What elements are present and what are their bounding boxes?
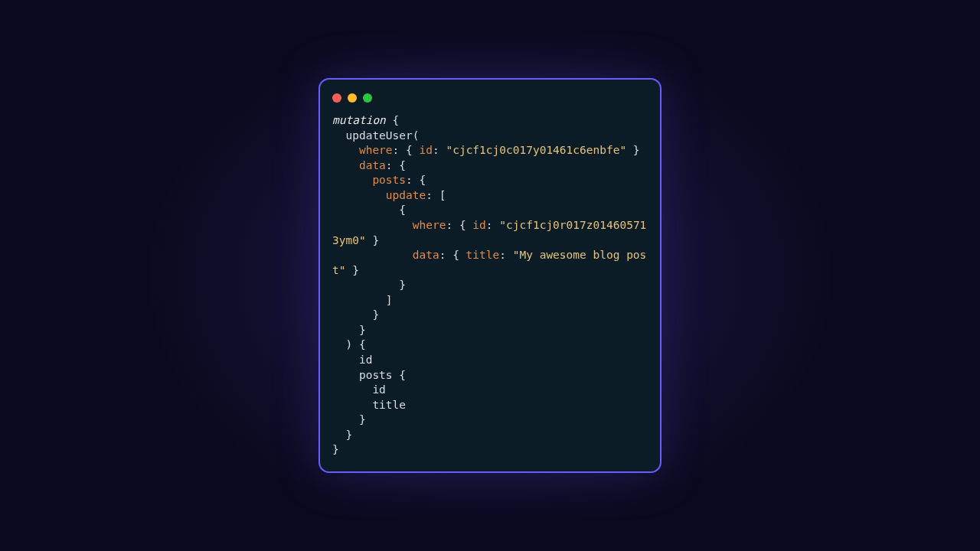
sel-posts-title: title	[372, 399, 406, 411]
stage: mutation { updateUser( where: { id: "cjc…	[0, 0, 980, 551]
keyword-mutation: mutation	[332, 114, 386, 126]
code-block: mutation { updateUser( where: { id: "cjc…	[332, 113, 648, 458]
sel-posts-id: id	[372, 383, 385, 396]
arg-posts: posts	[372, 174, 406, 186]
arg-id: id	[420, 144, 433, 156]
minimize-icon[interactable]	[348, 93, 357, 103]
fn-updateUser: updateUser	[345, 129, 412, 142]
arg-data-inner: data	[413, 249, 439, 261]
window-controls	[332, 92, 648, 113]
arg-update: update	[386, 189, 426, 201]
arg-data: data	[359, 159, 386, 171]
close-icon[interactable]	[332, 93, 341, 103]
sel-id: id	[359, 354, 372, 366]
arg-where: where	[359, 144, 393, 156]
code-window: mutation { updateUser( where: { id: "cjc…	[318, 78, 662, 473]
arg-title: title	[466, 249, 500, 261]
str-user-id: "cjcf1cj0c017y01461c6enbfe"	[446, 144, 626, 156]
arg-where-inner: where	[413, 219, 446, 231]
sel-posts: posts	[359, 369, 393, 381]
maximize-icon[interactable]	[363, 93, 372, 103]
arg-id-inner: id	[472, 219, 485, 231]
